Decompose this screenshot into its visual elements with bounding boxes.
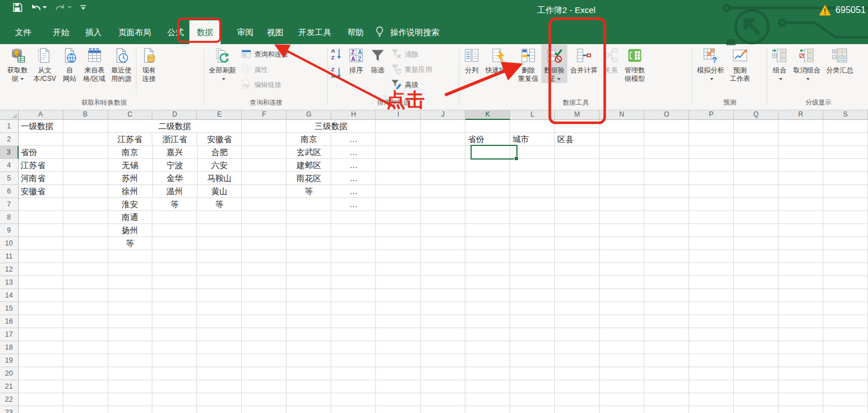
cell[interactable] (689, 146, 734, 159)
column-header-K[interactable]: K (465, 110, 510, 120)
cell-C6[interactable]: 徐州 (108, 185, 153, 198)
cell[interactable] (734, 237, 779, 250)
cell[interactable] (421, 354, 465, 367)
cell[interactable] (376, 276, 421, 289)
ribbon-button-reapply-filter[interactable]: 重新应用 (388, 62, 434, 78)
cell[interactable] (63, 276, 108, 289)
cell[interactable] (465, 367, 510, 380)
cell[interactable] (421, 250, 465, 263)
cell[interactable] (376, 315, 421, 328)
cell[interactable] (600, 185, 644, 198)
cell[interactable] (510, 341, 555, 354)
cell[interactable] (242, 315, 287, 328)
cell[interactable] (376, 211, 421, 224)
cell[interactable] (108, 393, 153, 406)
ribbon-button-get-data[interactable]: 获取数据 (5, 45, 31, 83)
cell-G1[interactable]: 三级数据 (287, 120, 376, 133)
cell[interactable] (242, 211, 287, 224)
cell-G2[interactable]: 南京 (287, 133, 331, 146)
ribbon-button-advanced-filter[interactable]: 高级 (388, 78, 434, 93)
cell[interactable] (465, 315, 510, 328)
cell[interactable] (242, 328, 287, 341)
ribbon-button-sort-ascending[interactable]: AZ (330, 48, 344, 63)
cell[interactable] (510, 328, 555, 341)
cell[interactable] (376, 341, 421, 354)
ribbon-button-ungroup[interactable]: 取消组合 (790, 45, 823, 83)
cell[interactable] (734, 159, 779, 172)
ribbon-button-from-text-csv[interactable]: 从文本/CSV (31, 45, 59, 83)
cell[interactable] (555, 315, 600, 328)
cell[interactable] (734, 328, 779, 341)
ribbon-button-existing-connections[interactable]: 现有连接 (138, 45, 160, 83)
cell[interactable] (689, 315, 734, 328)
ribbon-button-text-to-columns[interactable]: 分列 (461, 45, 482, 75)
cell[interactable] (152, 406, 197, 413)
cell[interactable] (331, 341, 376, 354)
cell[interactable] (465, 406, 510, 413)
cell[interactable] (465, 224, 510, 237)
cell[interactable] (421, 133, 465, 146)
cell[interactable] (689, 198, 734, 211)
cell[interactable] (689, 341, 734, 354)
cell[interactable] (19, 328, 63, 341)
cell[interactable] (287, 367, 331, 380)
cell[interactable] (152, 367, 197, 380)
cell[interactable] (376, 133, 421, 146)
cell[interactable] (734, 224, 779, 237)
cell[interactable] (376, 380, 421, 393)
cell[interactable] (644, 133, 689, 146)
cell[interactable] (734, 393, 779, 406)
cell[interactable] (287, 211, 331, 224)
cell[interactable] (242, 302, 287, 315)
cell[interactable] (421, 302, 465, 315)
cell[interactable] (242, 393, 287, 406)
cell[interactable] (63, 263, 108, 276)
cell[interactable] (600, 393, 644, 406)
cell[interactable] (600, 289, 644, 302)
cell[interactable] (510, 276, 555, 289)
cell[interactable] (779, 393, 823, 406)
cell[interactable] (779, 315, 823, 328)
cell[interactable] (152, 224, 197, 237)
cell-D2[interactable]: 浙江省 (152, 133, 197, 146)
cell[interactable] (555, 172, 600, 185)
cell[interactable] (600, 406, 644, 413)
cell[interactable] (689, 276, 734, 289)
cell[interactable] (19, 354, 63, 367)
cell[interactable] (600, 237, 644, 250)
cell[interactable] (689, 380, 734, 393)
cell[interactable] (823, 354, 868, 367)
cell[interactable] (510, 159, 555, 172)
cell[interactable] (779, 341, 823, 354)
cell[interactable] (197, 341, 242, 354)
tab-数据[interactable]: 数据 (190, 20, 221, 44)
cell[interactable] (779, 250, 823, 263)
cell[interactable] (421, 289, 465, 302)
cell[interactable] (734, 406, 779, 413)
cell[interactable] (108, 406, 153, 413)
cell[interactable] (421, 380, 465, 393)
cell[interactable] (734, 263, 779, 276)
cell[interactable] (510, 237, 555, 250)
cell[interactable] (331, 354, 376, 367)
ribbon-button-flash-fill[interactable]: 快速填充 (482, 45, 515, 75)
cell[interactable] (63, 328, 108, 341)
cell-E2[interactable]: 安徽省 (197, 133, 242, 146)
cell[interactable] (823, 406, 868, 413)
cell[interactable] (63, 302, 108, 315)
cell[interactable] (376, 224, 421, 237)
cell[interactable] (19, 380, 63, 393)
cell[interactable] (465, 328, 510, 341)
cell[interactable] (242, 120, 287, 133)
cell[interactable] (108, 367, 153, 380)
cell[interactable] (600, 315, 644, 328)
cell[interactable] (510, 120, 555, 133)
row-header-19[interactable]: 19 (0, 354, 19, 367)
cell[interactable] (287, 250, 331, 263)
cell-M2[interactable]: 区县 (555, 133, 600, 146)
row-header-12[interactable]: 12 (0, 263, 19, 276)
cell[interactable] (197, 354, 242, 367)
cell[interactable] (421, 328, 465, 341)
cell[interactable] (600, 133, 644, 146)
cell[interactable] (465, 159, 510, 172)
